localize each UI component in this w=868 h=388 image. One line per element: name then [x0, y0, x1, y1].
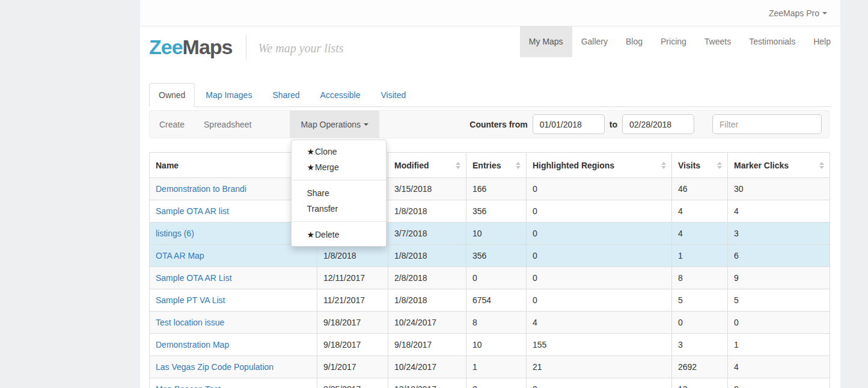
- cell-created: 11/21/2017: [317, 289, 388, 312]
- cell-marker-clicks: 4: [728, 356, 830, 378]
- cell-modified: 3/7/2018: [388, 223, 466, 245]
- logo-zee-text: Zee: [149, 35, 183, 58]
- cell-visits: 1: [672, 245, 728, 267]
- sort-up-icon: [516, 162, 521, 165]
- cell-modified: 2/8/2018: [388, 267, 466, 289]
- cell-highlighted-regions: 4: [527, 312, 672, 334]
- cell-entries: 2: [466, 378, 527, 388]
- toolbar-left: Create Spreadsheet Map Operations ★Clone…: [150, 111, 379, 138]
- cell-highlighted-regions: 0: [527, 245, 672, 267]
- toolbar-right: Counters from to: [469, 111, 829, 138]
- sort-up-icon: [819, 162, 824, 165]
- cell-marker-clicks: 0: [728, 378, 830, 388]
- nav-link-gallery[interactable]: Gallery: [572, 26, 617, 57]
- cell-modified: 1/8/2018: [388, 245, 466, 267]
- table-row-listings-6: listings (6)1/8/20183/7/201810043: [150, 223, 830, 245]
- sort-toggle-icon[interactable]: [819, 162, 824, 169]
- nav-link-my-maps[interactable]: My Maps: [520, 26, 572, 57]
- nav-link-help[interactable]: Help: [804, 26, 840, 57]
- date-from-input[interactable]: [533, 114, 605, 134]
- filter-input[interactable]: [712, 114, 822, 134]
- nav-item-my-maps: My Maps: [520, 26, 572, 57]
- cell-created: 9/18/2017: [317, 334, 388, 356]
- menu-link-transfer[interactable]: Transfer: [292, 201, 386, 217]
- menu-item-delete: ★Delete: [292, 227, 386, 242]
- cell-highlighted-regions: 0: [527, 178, 672, 200]
- sort-toggle-icon[interactable]: [661, 162, 666, 169]
- column-header-marker-clicks[interactable]: Marker Clicks: [728, 153, 830, 178]
- column-header-visits[interactable]: Visits: [672, 153, 728, 178]
- menu-link-clone[interactable]: ★Clone: [292, 144, 386, 159]
- nav-link-testimonials[interactable]: Testimonials: [740, 26, 804, 57]
- maps-table-wrap: NameCreatedModifiedEntriesHighlighted Re…: [149, 152, 830, 388]
- nav-link-pricing[interactable]: Pricing: [652, 26, 695, 57]
- cell-highlighted-regions: 0: [527, 289, 672, 312]
- nav-item-help: Help: [804, 26, 840, 57]
- create-button[interactable]: Create: [150, 111, 194, 138]
- sort-toggle-icon[interactable]: [717, 162, 722, 169]
- star-icon: ★: [307, 162, 314, 172]
- sort-down-icon: [516, 166, 521, 169]
- menu-link-delete[interactable]: ★Delete: [292, 227, 386, 242]
- map-name-link[interactable]: Test location issue: [150, 312, 317, 334]
- cell-entries: 10: [466, 334, 527, 356]
- map-name-link[interactable]: OTA AR Map: [150, 245, 317, 267]
- nav-item-pricing: Pricing: [652, 26, 695, 57]
- chevron-down-icon: [364, 123, 368, 126]
- column-header-highlighted-regions[interactable]: Highlighted Regions: [527, 153, 672, 178]
- brand: ZeeMaps We map your lists: [149, 35, 344, 59]
- cell-highlighted-regions: 0: [527, 378, 672, 388]
- menu-link-share[interactable]: Share: [292, 185, 386, 201]
- tab-link-visited[interactable]: Visited: [371, 83, 415, 107]
- column-label: Name: [156, 161, 179, 170]
- cell-marker-clicks: 1: [728, 334, 830, 356]
- nav-link-tweets[interactable]: Tweets: [695, 26, 740, 57]
- table-row-sample-ota-ar-list: Sample OTA AR List12/11/20172/8/20180089: [150, 267, 830, 289]
- menu-item-merge: ★Merge: [292, 159, 386, 175]
- cell-entries: 1: [466, 356, 527, 378]
- column-label: Modified: [394, 161, 429, 170]
- cell-marker-clicks: 6: [728, 245, 830, 267]
- tab-link-map-images[interactable]: Map Images: [196, 83, 261, 107]
- cell-entries: 166: [466, 178, 527, 200]
- sort-toggle-icon[interactable]: [456, 162, 460, 169]
- column-header-modified[interactable]: Modified: [388, 153, 466, 178]
- column-header-entries[interactable]: Entries: [466, 153, 527, 178]
- table-row-ota-ar-map: OTA AR Map1/8/20181/8/2018356016: [150, 245, 830, 267]
- zeemaps-logo[interactable]: ZeeMaps: [149, 35, 233, 59]
- cell-marker-clicks: 0: [728, 312, 830, 334]
- column-label: Entries: [472, 161, 501, 170]
- map-operations-button[interactable]: Map Operations: [290, 111, 379, 138]
- cell-entries: 8: [466, 312, 527, 334]
- cell-modified: 9/18/2017: [388, 334, 466, 356]
- map-name-link[interactable]: Las Vegas Zip Code Population: [150, 356, 317, 378]
- sort-down-icon: [819, 166, 824, 169]
- cell-entries: 10: [466, 223, 527, 245]
- date-to-input[interactable]: [622, 114, 694, 134]
- map-name-link[interactable]: Map Beacon Test: [150, 378, 317, 388]
- nav-link-blog[interactable]: Blog: [617, 26, 652, 57]
- map-name-link[interactable]: Demonstration Map: [150, 334, 317, 356]
- cell-created: 12/11/2017: [317, 267, 388, 289]
- map-name-link[interactable]: Sample PT VA List: [150, 289, 317, 312]
- column-label: Highlighted Regions: [533, 161, 614, 170]
- cell-visits: 4: [672, 223, 728, 245]
- cell-marker-clicks: 4: [728, 200, 830, 223]
- maps-toolbar: Create Spreadsheet Map Operations ★Clone…: [149, 110, 830, 138]
- cell-highlighted-regions: 0: [527, 200, 672, 223]
- cell-visits: 13: [672, 378, 728, 388]
- tab-link-owned[interactable]: Owned: [149, 83, 195, 107]
- spreadsheet-button[interactable]: Spreadsheet: [194, 111, 261, 138]
- tab-link-shared[interactable]: Shared: [263, 83, 309, 107]
- menu-item-transfer: Transfer: [292, 201, 386, 217]
- cell-entries: 356: [466, 245, 527, 267]
- sort-toggle-icon[interactable]: [516, 162, 521, 169]
- map-name-link[interactable]: Sample OTA AR List: [150, 267, 317, 289]
- account-menu-toggle[interactable]: ZeeMaps Pro: [756, 8, 840, 18]
- table-row-las-vegas-zip-code-population: Las Vegas Zip Code Population9/1/201710/…: [150, 356, 830, 378]
- nav-item-gallery: Gallery: [572, 26, 617, 57]
- tab-link-accessible[interactable]: Accessible: [311, 83, 370, 107]
- map-operations-menu: ★Clone★MergeShareTransfer★Delete: [291, 140, 387, 247]
- menu-link-merge[interactable]: ★Merge: [292, 159, 386, 175]
- menu-divider: [292, 180, 386, 180]
